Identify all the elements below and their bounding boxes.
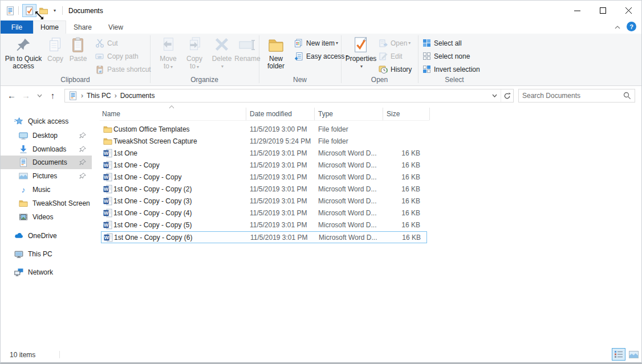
group-label-select: Select bbox=[418, 76, 491, 84]
qat-properties-button[interactable] bbox=[22, 4, 36, 17]
address-bar[interactable]: › This PC › Documents bbox=[64, 89, 514, 103]
search-box[interactable] bbox=[518, 89, 635, 103]
column-header-name[interactable]: Name bbox=[102, 110, 120, 118]
paste-button[interactable]: Paste bbox=[67, 36, 90, 63]
ribbon-group-clipboard: Pin to Quick access Copy Paste bbox=[1, 34, 150, 85]
open-button[interactable]: Open▾ bbox=[379, 37, 411, 49]
delete-button[interactable]: Delete ▾ bbox=[209, 36, 234, 70]
explorer-window: ▾ Documents File Home Share View bbox=[0, 0, 642, 364]
chevron-up-icon bbox=[615, 26, 620, 29]
this-pc-icon bbox=[14, 250, 23, 259]
sidebar-item-pictures[interactable]: Pictures bbox=[1, 169, 92, 183]
column-resize-handle[interactable] bbox=[429, 108, 430, 120]
dropdown-arrow-icon: ▾ bbox=[221, 63, 224, 70]
word-file-icon bbox=[104, 233, 113, 242]
pictures-icon bbox=[19, 171, 28, 181]
file-row[interactable]: 1st One - Copy 11/5/2019 3:01 PM Microso… bbox=[101, 159, 427, 171]
minimize-button[interactable] bbox=[564, 1, 590, 20]
sidebar-item-this-pc[interactable]: This PC bbox=[1, 247, 92, 261]
search-input[interactable] bbox=[522, 92, 623, 100]
select-all-button[interactable]: Select all bbox=[422, 37, 462, 49]
forward-button[interactable]: → bbox=[19, 89, 32, 102]
refresh-button[interactable] bbox=[501, 89, 513, 102]
word-file-icon bbox=[103, 173, 112, 182]
up-button[interactable]: ↑ bbox=[46, 89, 59, 102]
select-none-button[interactable]: Select none bbox=[422, 50, 470, 62]
tab-share[interactable]: Share bbox=[66, 21, 99, 34]
quick-access-star-icon bbox=[14, 117, 23, 126]
column-header-date-modified[interactable]: Date modified bbox=[250, 110, 292, 118]
qat-customize-dropdown-icon[interactable]: ▾ bbox=[51, 8, 59, 13]
copy-button[interactable]: Copy bbox=[45, 36, 66, 63]
tab-view[interactable]: View bbox=[99, 21, 132, 34]
edit-icon bbox=[379, 52, 388, 61]
copy-to-button[interactable]: Copy to▾ bbox=[182, 36, 207, 71]
file-row[interactable]: Custom Office Templates 11/5/2019 3:00 P… bbox=[101, 124, 427, 136]
file-row[interactable]: 1st One - Copy - Copy (2) 11/5/2019 3:01… bbox=[101, 183, 427, 195]
close-button[interactable] bbox=[616, 1, 641, 20]
large-icons-view-button[interactable] bbox=[627, 348, 640, 361]
file-row-selected[interactable]: 1st One - Copy - Copy (6) 11/5/2019 3:01… bbox=[101, 231, 427, 243]
refresh-icon bbox=[503, 92, 511, 100]
onedrive-cloud-icon bbox=[14, 231, 23, 240]
ribbon-group-new: New folder New item▾ Easy access▾ bbox=[259, 34, 341, 85]
word-file-icon bbox=[103, 149, 112, 158]
select-none-icon bbox=[422, 52, 431, 60]
new-folder-button[interactable]: New folder bbox=[262, 36, 290, 70]
invert-selection-button[interactable]: Invert selection bbox=[422, 63, 480, 75]
sidebar-item-documents[interactable]: Documents bbox=[1, 156, 92, 169]
sidebar-item-music[interactable]: ♪ Music bbox=[1, 183, 92, 197]
collapse-ribbon-button[interactable] bbox=[613, 23, 622, 32]
cut-button[interactable]: Cut bbox=[95, 37, 118, 49]
column-header-size[interactable]: Size bbox=[387, 110, 400, 118]
pin-icon bbox=[15, 36, 32, 54]
edit-button[interactable]: Edit bbox=[379, 50, 403, 62]
sidebar-item-desktop[interactable]: Desktop bbox=[1, 129, 92, 142]
file-row[interactable]: TweakShot Screen Capture 11/29/2019 5:24… bbox=[101, 136, 427, 148]
file-row[interactable]: 1st One - Copy - Copy (5) 11/5/2019 3:01… bbox=[101, 219, 427, 231]
pin-to-quick-access-button[interactable]: Pin to Quick access bbox=[3, 36, 44, 70]
dropdown-arrow-icon: ▾ bbox=[336, 40, 338, 46]
paste-shortcut-button[interactable]: Paste shortcut bbox=[95, 63, 151, 75]
new-item-button[interactable]: New item▾ bbox=[294, 37, 338, 49]
window-title: Documents bbox=[68, 7, 103, 15]
file-row[interactable]: 1st One 11/5/2019 3:01 PM Microsoft Word… bbox=[101, 148, 427, 159]
sidebar-item-videos[interactable]: Videos bbox=[1, 210, 92, 224]
sidebar-item-tweakshot[interactable]: TweakShot Screen C bbox=[1, 197, 92, 210]
breadcrumb-documents[interactable]: Documents bbox=[120, 92, 155, 100]
status-bar: 10 items bbox=[1, 347, 641, 362]
recent-locations-button[interactable] bbox=[33, 89, 46, 102]
easy-access-button[interactable]: Easy access▾ bbox=[294, 50, 348, 62]
maximize-button[interactable] bbox=[590, 1, 616, 20]
column-resize-handle[interactable] bbox=[383, 108, 383, 120]
file-row[interactable]: 1st One - Copy - Copy (4) 11/5/2019 3:01… bbox=[101, 207, 427, 219]
breadcrumb-this-pc[interactable]: This PC bbox=[87, 92, 111, 100]
history-icon bbox=[379, 65, 388, 74]
column-header-type[interactable]: Type bbox=[318, 110, 333, 118]
folder-icon bbox=[103, 125, 112, 134]
column-resize-handle[interactable] bbox=[314, 108, 315, 120]
copy-to-icon bbox=[186, 36, 203, 54]
properties-button[interactable]: Properties ▾ bbox=[344, 36, 377, 70]
sidebar-item-onedrive[interactable]: OneDrive bbox=[1, 229, 92, 243]
move-to-button[interactable]: Move to▾ bbox=[156, 36, 181, 71]
sidebar-item-quick-access[interactable]: Quick access bbox=[1, 114, 92, 128]
dropdown-arrow-icon: ▾ bbox=[360, 63, 363, 70]
sidebar-item-downloads[interactable]: Downloads bbox=[1, 142, 92, 156]
history-button[interactable]: History bbox=[379, 63, 412, 75]
address-dropdown-button[interactable] bbox=[489, 89, 501, 102]
help-button[interactable]: ? bbox=[627, 22, 636, 31]
tab-home[interactable]: Home bbox=[33, 21, 66, 34]
back-button[interactable]: ← bbox=[5, 89, 18, 102]
file-row[interactable]: 1st One - Copy - Copy 11/5/2019 3:01 PM … bbox=[101, 171, 427, 183]
file-row[interactable]: 1st One - Copy - Copy (3) 11/5/2019 3:01… bbox=[101, 195, 427, 207]
dropdown-arrow-icon: ▾ bbox=[170, 64, 173, 69]
tab-file[interactable]: File bbox=[1, 21, 33, 34]
column-resize-handle[interactable] bbox=[246, 108, 246, 120]
rename-button[interactable]: Rename bbox=[234, 36, 261, 63]
sidebar-item-network[interactable]: Network bbox=[1, 265, 92, 279]
details-view-button[interactable] bbox=[612, 348, 625, 361]
copy-path-button[interactable]: W Copy path bbox=[95, 50, 139, 62]
group-label-open: Open bbox=[341, 76, 418, 84]
qat-new-folder-button[interactable] bbox=[36, 4, 51, 17]
